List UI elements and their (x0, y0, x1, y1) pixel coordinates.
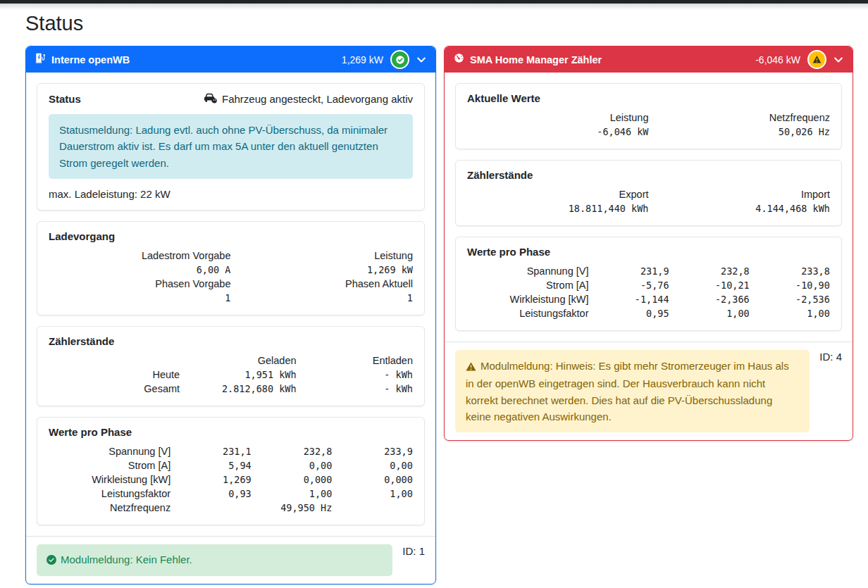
row-label: Leistung (467, 111, 649, 125)
module-message-alert: Modulmeldung: Kein Fehler. (37, 544, 392, 576)
row-label: Wirkleistung [kW] (467, 292, 589, 306)
row-label: Heute (49, 368, 180, 382)
phase-value: 0,00 (332, 458, 413, 473)
current-values-heading: Aktuelle Werte (467, 92, 830, 104)
meter-readings-section: Zählerstände Geladen Entladen Heute 1,95… (37, 326, 425, 406)
power-value: -6,046 kW (467, 125, 649, 139)
import-value: 4.144,468 kWh (649, 201, 831, 215)
charge-value: 1,269 kW (231, 263, 414, 277)
phase-value: 5,94 (170, 458, 252, 473)
module-warning-alert: Modulmeldung: Hinweis: Es gibt mehr Stro… (455, 350, 810, 432)
row-label: Wirkleistung [kW] (49, 473, 170, 487)
phase-value: -10,21 (669, 278, 750, 292)
row-label: Gesamt (49, 382, 180, 396)
chargepoint-card: Interne openWB 1,269 kW Status (25, 46, 436, 584)
phase-value: 0,000 (252, 473, 333, 487)
meter-value: 1,951 kWh (180, 368, 296, 382)
plug-state-text: Fahrzeug angesteckt, Ladevorgang aktiv (222, 93, 413, 105)
page-title: Status (25, 12, 853, 35)
charge-label: Leistung (231, 249, 414, 263)
warning-triangle-icon (466, 359, 476, 375)
charge-process-table: Ladestrom Vorgabe Leistung 6,00 A 1,269 … (49, 249, 413, 305)
row-label: Spannung [V] (49, 444, 170, 458)
charge-value: 1 (231, 291, 414, 305)
meter-readings-table: Export Import 18.811,440 kWh 4.144,468 k… (467, 187, 830, 215)
gauge-icon (454, 53, 464, 66)
phase-values-heading: Werte pro Phase (467, 246, 830, 258)
phase-values-heading: Werte pro Phase (49, 426, 413, 438)
grid-meter-card: SMA Home Manager Zähler -6,046 kW Aktuel… (444, 46, 853, 441)
left-column: Interne openWB 1,269 kW Status (25, 46, 436, 588)
column-header: Geladen (180, 354, 296, 368)
phase-values-table: Spannung [V] 231,1 232,8 233,9 Strom [A]… (49, 444, 413, 515)
meter-readings-heading: Zählerstände (49, 335, 413, 347)
column-header: Entladen (297, 354, 413, 368)
chevron-down-icon[interactable] (833, 55, 843, 65)
chargepoint-card-footer: Modulmeldung: Kein Fehler. ID: 1 (26, 536, 435, 584)
phase-value: 0,00 (252, 458, 333, 473)
car-plug-icon (203, 92, 217, 106)
charging-station-icon (35, 53, 46, 66)
status-warning-badge[interactable] (807, 50, 826, 69)
phase-value: 0,93 (170, 487, 252, 501)
row-label: Spannung [V] (467, 264, 589, 278)
phase-value: 232,8 (252, 444, 333, 458)
charge-value: 1 (49, 291, 231, 305)
status-heading: Status (49, 93, 81, 105)
charge-value: 6,00 A (49, 263, 231, 277)
row-label: Strom [A] (467, 278, 589, 292)
module-warning-text: Modulmeldung: Hinweis: Es gibt mehr Stro… (466, 360, 789, 423)
navbar-shadow (0, 4, 868, 10)
meter-value: - kWh (297, 368, 413, 382)
row-label: Strom [A] (49, 458, 170, 473)
phase-value: 231,1 (170, 444, 252, 458)
status-page: Status Interne openWB 1,269 kW (0, 12, 868, 588)
status-section: Status Fahrzeug angesteckt, Ladevorgang … (37, 83, 425, 211)
max-charge-power: max. Ladeleistung: 22 kW (49, 188, 413, 200)
phase-values-section: Werte pro Phase Spannung [V] 231,9 232,8… (455, 237, 842, 331)
status-ok-badge[interactable] (390, 50, 409, 69)
check-circle-icon (46, 553, 56, 569)
charge-process-section: Ladevorgang Ladestrom Vorgabe Leistung 6… (37, 221, 425, 315)
phase-value: 232,8 (669, 264, 750, 278)
phase-value: 1,00 (252, 487, 333, 501)
meter-value: - kWh (297, 382, 413, 396)
column-header: Import (649, 187, 831, 201)
grid-meter-card-body: Aktuelle Werte Leistung Netzfrequenz -6,… (445, 73, 852, 331)
charge-label: Phasen Vorgabe (49, 277, 231, 291)
export-value: 18.811,440 kWh (467, 201, 649, 215)
charge-label: Phasen Aktuell (231, 277, 414, 291)
frequency-value: 49,950 Hz (252, 501, 333, 515)
meter-value: 2.812,680 kWh (180, 382, 296, 396)
phase-value: 0,000 (332, 473, 413, 487)
phase-value: -2,366 (669, 292, 750, 306)
chargepoint-card-header[interactable]: Interne openWB 1,269 kW (26, 46, 435, 73)
charge-process-heading: Ladevorgang (49, 230, 413, 242)
frequency-value: 50,026 Hz (649, 125, 831, 139)
chargepoint-power: 1,269 kW (342, 54, 383, 65)
phase-values-table: Spannung [V] 231,9 232,8 233,8 Strom [A]… (467, 264, 830, 320)
grid-meter-card-header[interactable]: SMA Home Manager Zähler -6,046 kW (445, 46, 852, 73)
phase-value: 231,9 (589, 264, 669, 278)
meter-readings-heading: Zählerstände (467, 169, 830, 181)
chevron-down-icon[interactable] (416, 55, 426, 65)
row-label: Netzfrequenz (49, 501, 170, 515)
cards-grid: Interne openWB 1,269 kW Status (25, 46, 853, 588)
phase-values-section: Werte pro Phase Spannung [V] 231,1 232,8… (37, 417, 425, 525)
grid-meter-power: -6,046 kW (755, 54, 800, 65)
grid-meter-card-footer: Modulmeldung: Hinweis: Es gibt mehr Stro… (445, 342, 852, 440)
grid-meter-title: SMA Home Manager Zähler (470, 54, 602, 65)
module-message-text: Modulmeldung: Kein Fehler. (61, 553, 192, 565)
phase-value: 1,00 (750, 306, 830, 320)
right-column: SMA Home Manager Zähler -6,046 kW Aktuel… (444, 46, 853, 588)
phase-value: -10,90 (750, 278, 830, 292)
phase-value: -2,536 (750, 292, 830, 306)
current-values-section: Aktuelle Werte Leistung Netzfrequenz -6,… (455, 83, 842, 149)
meter-readings-table: Geladen Entladen Heute 1,951 kWh - kWh G… (49, 354, 413, 396)
phase-value: -1,144 (589, 292, 669, 306)
phase-value: 233,8 (750, 264, 830, 278)
module-id: ID: 1 (402, 544, 425, 557)
status-message-alert: Statusmeldung: Ladung evtl. auch ohne PV… (49, 114, 413, 179)
phase-value: 1,00 (332, 487, 413, 501)
meter-readings-section: Zählerstände Export Import 18.811,440 kW… (455, 160, 842, 226)
